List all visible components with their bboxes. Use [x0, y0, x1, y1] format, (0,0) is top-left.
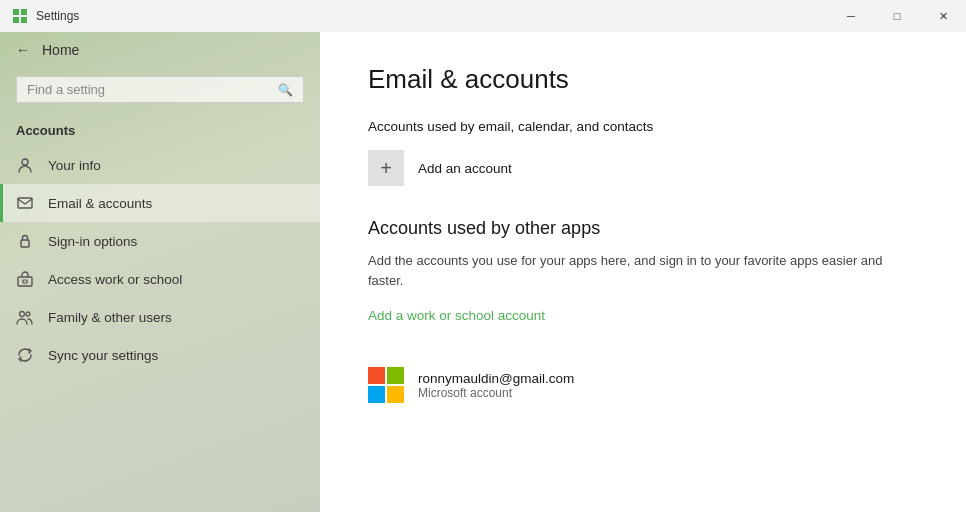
svg-rect-5: [18, 198, 32, 208]
search-icon: 🔍: [278, 83, 293, 97]
window-title: Settings: [36, 9, 828, 23]
maximize-button[interactable]: □: [874, 0, 920, 32]
svg-rect-8: [23, 280, 27, 283]
sidebar-section-title: Accounts: [0, 111, 320, 146]
your-info-icon: [16, 156, 34, 174]
section2-description: Add the accounts you use for your apps h…: [368, 251, 888, 290]
svg-rect-3: [21, 17, 27, 23]
add-account-icon: +: [368, 150, 404, 186]
sidebar-home-item[interactable]: ← Home: [0, 32, 320, 68]
titlebar: Settings ─ □ ✕: [0, 0, 966, 32]
back-arrow-icon: ←: [16, 42, 30, 58]
svg-point-9: [20, 312, 25, 317]
sidebar-item-sync-settings[interactable]: Sync your settings: [0, 336, 320, 374]
sidebar-item-label-email-accounts: Email & accounts: [48, 196, 152, 211]
sidebar-home-label: Home: [42, 42, 79, 58]
window-controls: ─ □ ✕: [828, 0, 966, 32]
ms-logo-green: [387, 367, 404, 384]
app-icon: [12, 8, 28, 24]
account-type: Microsoft account: [418, 386, 574, 400]
sidebar-item-label-your-info: Your info: [48, 158, 101, 173]
access-work-school-icon: [16, 270, 34, 288]
sidebar-item-email-accounts[interactable]: Email & accounts: [0, 184, 320, 222]
sidebar: ← Home 🔍 Accounts Your info Email & acco…: [0, 0, 320, 512]
search-input[interactable]: [27, 82, 278, 97]
account-info: ronnymauldin@gmail.com Microsoft account: [418, 371, 574, 400]
svg-rect-0: [13, 9, 19, 15]
section1-label: Accounts used by email, calendar, and co…: [368, 119, 918, 134]
svg-rect-2: [13, 17, 19, 23]
sidebar-item-label-sync-settings: Sync your settings: [48, 348, 158, 363]
add-account-button[interactable]: + Add an account: [368, 150, 918, 186]
ms-logo-yellow: [387, 386, 404, 403]
sidebar-item-sign-in-options[interactable]: Sign-in options: [0, 222, 320, 260]
svg-rect-6: [21, 240, 29, 247]
sidebar-item-label-family-other-users: Family & other users: [48, 310, 172, 325]
section2-title: Accounts used by other apps: [368, 218, 918, 239]
account-row: ronnymauldin@gmail.com Microsoft account: [368, 367, 918, 403]
sync-settings-icon: [16, 346, 34, 364]
microsoft-logo: [368, 367, 404, 403]
sidebar-item-label-access-work-school: Access work or school: [48, 272, 182, 287]
ms-logo-red: [368, 367, 385, 384]
sign-in-options-icon: [16, 232, 34, 250]
sidebar-search-box[interactable]: 🔍: [16, 76, 304, 103]
sidebar-item-label-sign-in-options: Sign-in options: [48, 234, 137, 249]
svg-rect-7: [18, 277, 32, 286]
sidebar-item-your-info[interactable]: Your info: [0, 146, 320, 184]
ms-logo-blue: [368, 386, 385, 403]
svg-point-4: [22, 159, 28, 165]
sidebar-item-access-work-school[interactable]: Access work or school: [0, 260, 320, 298]
email-accounts-icon: [16, 194, 34, 212]
add-account-label: Add an account: [418, 161, 512, 176]
svg-rect-1: [21, 9, 27, 15]
minimize-button[interactable]: ─: [828, 0, 874, 32]
page-title: Email & accounts: [368, 64, 918, 95]
sidebar-item-family-other-users[interactable]: Family & other users: [0, 298, 320, 336]
family-other-users-icon: [16, 308, 34, 326]
close-button[interactable]: ✕: [920, 0, 966, 32]
main-content: Email & accounts Accounts used by email,…: [320, 0, 966, 512]
add-work-school-link[interactable]: Add a work or school account: [368, 308, 545, 323]
svg-point-10: [26, 312, 30, 316]
account-email: ronnymauldin@gmail.com: [418, 371, 574, 386]
